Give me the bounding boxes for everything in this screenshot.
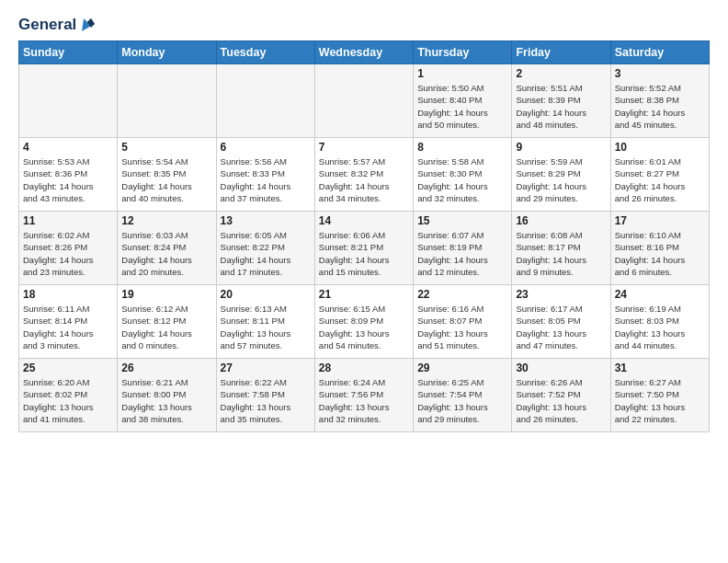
day-number: 2 — [516, 67, 606, 80]
day-number: 8 — [417, 141, 507, 154]
calendar-cell: 29Sunrise: 6:25 AM Sunset: 7:54 PM Dayli… — [414, 359, 512, 432]
calendar-cell: 5Sunrise: 5:54 AM Sunset: 8:35 PM Daylig… — [118, 138, 216, 212]
page: General SundayMondayTuesdayWednesdayThur… — [0, 0, 728, 447]
day-info: Sunrise: 5:52 AM Sunset: 8:38 PM Dayligh… — [615, 82, 705, 131]
calendar-cell: 8Sunrise: 5:58 AM Sunset: 8:30 PM Daylig… — [414, 138, 512, 212]
day-of-week-header: Sunday — [19, 41, 118, 64]
day-of-week-header: Tuesday — [216, 41, 314, 64]
calendar-cell: 9Sunrise: 5:59 AM Sunset: 8:29 PM Daylig… — [512, 138, 610, 212]
calendar-cell: 7Sunrise: 5:57 AM Sunset: 8:32 PM Daylig… — [314, 138, 413, 212]
calendar-cell: 15Sunrise: 6:07 AM Sunset: 8:19 PM Dayli… — [414, 212, 512, 285]
day-info: Sunrise: 6:16 AM Sunset: 8:07 PM Dayligh… — [417, 303, 507, 351]
calendar-cell: 16Sunrise: 6:08 AM Sunset: 8:17 PM Dayli… — [512, 212, 610, 285]
header: General — [18, 15, 710, 31]
day-info: Sunrise: 6:19 AM Sunset: 8:03 PM Dayligh… — [615, 303, 705, 351]
day-number: 1 — [417, 67, 507, 80]
calendar-cell: 28Sunrise: 6:24 AM Sunset: 7:56 PM Dayli… — [314, 359, 413, 432]
day-info: Sunrise: 6:24 AM Sunset: 7:56 PM Dayligh… — [319, 376, 409, 425]
day-number: 25 — [23, 362, 113, 374]
day-number: 30 — [516, 362, 606, 374]
calendar-cell: 19Sunrise: 6:12 AM Sunset: 8:12 PM Dayli… — [118, 285, 216, 359]
calendar-cell: 26Sunrise: 6:21 AM Sunset: 8:00 PM Dayli… — [118, 359, 216, 432]
day-info: Sunrise: 6:12 AM Sunset: 8:12 PM Dayligh… — [121, 303, 211, 351]
day-of-week-header: Wednesday — [314, 41, 413, 64]
day-number: 15 — [417, 214, 507, 227]
day-number: 12 — [121, 214, 211, 227]
day-info: Sunrise: 6:21 AM Sunset: 8:00 PM Dayligh… — [121, 376, 211, 425]
calendar-cell: 4Sunrise: 5:53 AM Sunset: 8:36 PM Daylig… — [19, 138, 118, 212]
day-number: 13 — [221, 214, 311, 227]
calendar-cell: 20Sunrise: 6:13 AM Sunset: 8:11 PM Dayli… — [216, 285, 314, 359]
day-info: Sunrise: 5:59 AM Sunset: 8:29 PM Dayligh… — [516, 155, 606, 204]
calendar-week-row: 1Sunrise: 5:50 AM Sunset: 8:40 PM Daylig… — [19, 64, 710, 138]
day-info: Sunrise: 6:08 AM Sunset: 8:17 PM Dayligh… — [516, 229, 606, 278]
calendar-cell: 31Sunrise: 6:27 AM Sunset: 7:50 PM Dayli… — [610, 359, 709, 432]
calendar-table: SundayMondayTuesdayWednesdayThursdayFrid… — [18, 40, 710, 432]
day-number: 29 — [417, 362, 507, 374]
calendar-cell — [118, 64, 216, 138]
calendar-week-row: 11Sunrise: 6:02 AM Sunset: 8:26 PM Dayli… — [19, 212, 710, 285]
day-of-week-header: Saturday — [610, 41, 709, 64]
day-info: Sunrise: 6:03 AM Sunset: 8:24 PM Dayligh… — [121, 229, 211, 278]
day-number: 20 — [221, 288, 311, 301]
day-info: Sunrise: 6:06 AM Sunset: 8:21 PM Dayligh… — [319, 229, 409, 278]
calendar-week-row: 18Sunrise: 6:11 AM Sunset: 8:14 PM Dayli… — [19, 285, 710, 359]
day-info: Sunrise: 6:01 AM Sunset: 8:27 PM Dayligh… — [615, 155, 705, 204]
logo-icon — [78, 15, 98, 35]
calendar-cell: 18Sunrise: 6:11 AM Sunset: 8:14 PM Dayli… — [19, 285, 118, 359]
day-info: Sunrise: 6:17 AM Sunset: 8:05 PM Dayligh… — [516, 303, 606, 351]
calendar-cell: 23Sunrise: 6:17 AM Sunset: 8:05 PM Dayli… — [512, 285, 610, 359]
calendar-cell: 25Sunrise: 6:20 AM Sunset: 8:02 PM Dayli… — [19, 359, 118, 432]
calendar-cell: 6Sunrise: 5:56 AM Sunset: 8:33 PM Daylig… — [216, 138, 314, 212]
day-number: 14 — [319, 214, 409, 227]
day-number: 31 — [615, 362, 705, 374]
day-number: 21 — [319, 288, 409, 301]
day-number: 11 — [23, 214, 113, 227]
day-of-week-header: Friday — [512, 41, 610, 64]
calendar-cell: 13Sunrise: 6:05 AM Sunset: 8:22 PM Dayli… — [216, 212, 314, 285]
day-info: Sunrise: 5:58 AM Sunset: 8:30 PM Dayligh… — [417, 155, 507, 204]
calendar-cell: 14Sunrise: 6:06 AM Sunset: 8:21 PM Dayli… — [314, 212, 413, 285]
day-number: 16 — [516, 214, 606, 227]
day-info: Sunrise: 5:56 AM Sunset: 8:33 PM Dayligh… — [221, 155, 311, 204]
day-info: Sunrise: 6:25 AM Sunset: 7:54 PM Dayligh… — [417, 376, 507, 425]
calendar-cell: 11Sunrise: 6:02 AM Sunset: 8:26 PM Dayli… — [19, 212, 118, 285]
calendar-cell: 27Sunrise: 6:22 AM Sunset: 7:58 PM Dayli… — [216, 359, 314, 432]
day-info: Sunrise: 6:02 AM Sunset: 8:26 PM Dayligh… — [23, 229, 113, 278]
calendar-cell — [314, 64, 413, 138]
day-info: Sunrise: 5:54 AM Sunset: 8:35 PM Dayligh… — [121, 155, 211, 204]
day-info: Sunrise: 6:07 AM Sunset: 8:19 PM Dayligh… — [417, 229, 507, 278]
day-number: 4 — [23, 141, 113, 154]
day-info: Sunrise: 6:05 AM Sunset: 8:22 PM Dayligh… — [221, 229, 311, 278]
day-number: 9 — [516, 141, 606, 154]
calendar-cell: 22Sunrise: 6:16 AM Sunset: 8:07 PM Dayli… — [414, 285, 512, 359]
day-of-week-header: Monday — [118, 41, 216, 64]
day-number: 10 — [615, 141, 705, 154]
calendar-cell: 3Sunrise: 5:52 AM Sunset: 8:38 PM Daylig… — [610, 64, 709, 138]
day-number: 28 — [319, 362, 409, 374]
day-number: 22 — [417, 288, 507, 301]
calendar-cell: 10Sunrise: 6:01 AM Sunset: 8:27 PM Dayli… — [610, 138, 709, 212]
day-info: Sunrise: 6:11 AM Sunset: 8:14 PM Dayligh… — [23, 303, 113, 351]
day-number: 27 — [221, 362, 311, 374]
day-number: 5 — [121, 141, 211, 154]
calendar-week-row: 25Sunrise: 6:20 AM Sunset: 8:02 PM Dayli… — [19, 359, 710, 432]
day-number: 17 — [615, 214, 705, 227]
day-info: Sunrise: 6:20 AM Sunset: 8:02 PM Dayligh… — [23, 376, 113, 425]
calendar-header-row: SundayMondayTuesdayWednesdayThursdayFrid… — [19, 41, 710, 64]
day-number: 3 — [615, 67, 705, 80]
calendar-cell: 24Sunrise: 6:19 AM Sunset: 8:03 PM Dayli… — [610, 285, 709, 359]
day-number: 24 — [615, 288, 705, 301]
logo-general: General — [18, 16, 76, 34]
calendar-cell: 2Sunrise: 5:51 AM Sunset: 8:39 PM Daylig… — [512, 64, 610, 138]
day-info: Sunrise: 6:26 AM Sunset: 7:52 PM Dayligh… — [516, 376, 606, 425]
day-info: Sunrise: 6:15 AM Sunset: 8:09 PM Dayligh… — [319, 303, 409, 351]
calendar-week-row: 4Sunrise: 5:53 AM Sunset: 8:36 PM Daylig… — [19, 138, 710, 212]
calendar-cell — [19, 64, 118, 138]
day-info: Sunrise: 5:53 AM Sunset: 8:36 PM Dayligh… — [23, 155, 113, 204]
day-info: Sunrise: 6:13 AM Sunset: 8:11 PM Dayligh… — [221, 303, 311, 351]
calendar-cell: 17Sunrise: 6:10 AM Sunset: 8:16 PM Dayli… — [610, 212, 709, 285]
calendar-cell — [216, 64, 314, 138]
day-info: Sunrise: 5:57 AM Sunset: 8:32 PM Dayligh… — [319, 155, 409, 204]
calendar-cell: 1Sunrise: 5:50 AM Sunset: 8:40 PM Daylig… — [414, 64, 512, 138]
